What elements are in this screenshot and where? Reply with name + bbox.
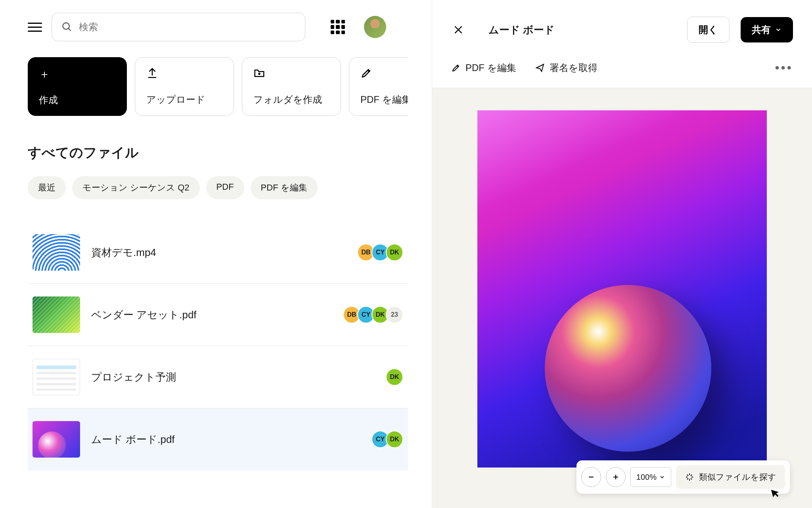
edit-pdf-action[interactable]: PDF を編集 [451, 62, 516, 74]
action-label: PDF を編集 [360, 93, 408, 106]
more-menu[interactable]: ••• [775, 60, 793, 75]
svg-point-0 [63, 23, 69, 29]
file-name: ムード ボード.pdf [91, 433, 360, 446]
create-button[interactable]: ＋ 作成 [28, 57, 127, 116]
share-button[interactable]: 共有 [741, 17, 793, 42]
collaborator-badges: CY DK [372, 431, 403, 448]
upload-button[interactable]: アップロード [135, 57, 234, 116]
chip-edit-pdf[interactable]: PDF を編集 [251, 176, 318, 199]
collaborator-badges: DB CY DK [357, 244, 403, 261]
file-thumbnail [33, 421, 80, 458]
search-icon [61, 21, 73, 33]
pencil-icon [360, 67, 372, 79]
send-icon [535, 63, 545, 73]
upload-icon [146, 67, 158, 79]
svg-line-1 [69, 29, 71, 31]
edit-pdf-button[interactable]: PDF を編集 [349, 57, 408, 116]
preview-image [477, 110, 767, 468]
file-name: 資材デモ.mp4 [91, 246, 346, 260]
zoom-select[interactable]: 100% [630, 467, 671, 487]
chevron-down-icon [659, 474, 665, 480]
action-label: アップロード [146, 93, 222, 106]
preview-toolbar: 100% 類似ファイルを探す [576, 460, 790, 494]
preview-title: ムード ボード [488, 23, 676, 37]
file-name: プロジェクト予測 [91, 370, 375, 384]
search-box[interactable] [52, 13, 305, 41]
pencil-icon [451, 63, 461, 73]
badge-dk[interactable]: DK [386, 368, 403, 386]
file-row[interactable]: ベンダー アセット.pdf DB CY DK 23 [28, 284, 408, 346]
file-row[interactable]: 資材デモ.mp4 DB CY DK [28, 221, 408, 284]
badge-dk[interactable]: DK [386, 244, 403, 261]
action-label: フォルダを作成 [253, 93, 329, 106]
file-row[interactable]: プロジェクト予測 DK [28, 346, 408, 408]
find-similar-button[interactable]: 類似ファイルを探す [676, 465, 785, 489]
zoom-in-button[interactable] [606, 467, 626, 487]
chip-recent[interactable]: 最近 [28, 176, 66, 199]
avatar[interactable] [364, 16, 386, 38]
plus-icon: ＋ [39, 67, 116, 82]
chip-motion-q2[interactable]: モーション シーケンス Q2 [72, 176, 200, 199]
file-row[interactable]: ムード ボード.pdf CY DK [28, 408, 408, 471]
get-signature-action[interactable]: 署名を取得 [535, 62, 598, 74]
search-input[interactable] [79, 21, 295, 33]
apps-grid-icon[interactable] [331, 20, 345, 34]
badge-dk[interactable]: DK [386, 431, 403, 448]
file-thumbnail [33, 359, 80, 395]
badge-more[interactable]: 23 [386, 306, 403, 323]
folder-plus-icon [253, 67, 265, 79]
action-label: 作成 [39, 94, 116, 106]
open-button[interactable]: 開く [687, 17, 730, 43]
collaborator-badges: DK [386, 368, 403, 386]
file-thumbnail [33, 296, 80, 333]
close-icon [453, 25, 463, 35]
file-name: ベンダー アセット.pdf [91, 308, 332, 322]
chip-pdf[interactable]: PDF [206, 176, 244, 199]
plus-icon [612, 473, 620, 481]
section-title: すべてのファイル [28, 144, 408, 162]
menu-button[interactable] [28, 20, 42, 34]
sparkle-icon [685, 472, 694, 482]
zoom-out-button[interactable] [581, 467, 601, 487]
collaborator-badges: DB CY DK 23 [343, 306, 403, 323]
close-button[interactable] [451, 23, 465, 37]
preview-area: 100% 類似ファイルを探す [432, 88, 812, 508]
chevron-down-icon [775, 26, 782, 33]
file-thumbnail [33, 234, 80, 271]
create-folder-button[interactable]: フォルダを作成 [242, 57, 341, 116]
minus-icon [587, 473, 595, 481]
